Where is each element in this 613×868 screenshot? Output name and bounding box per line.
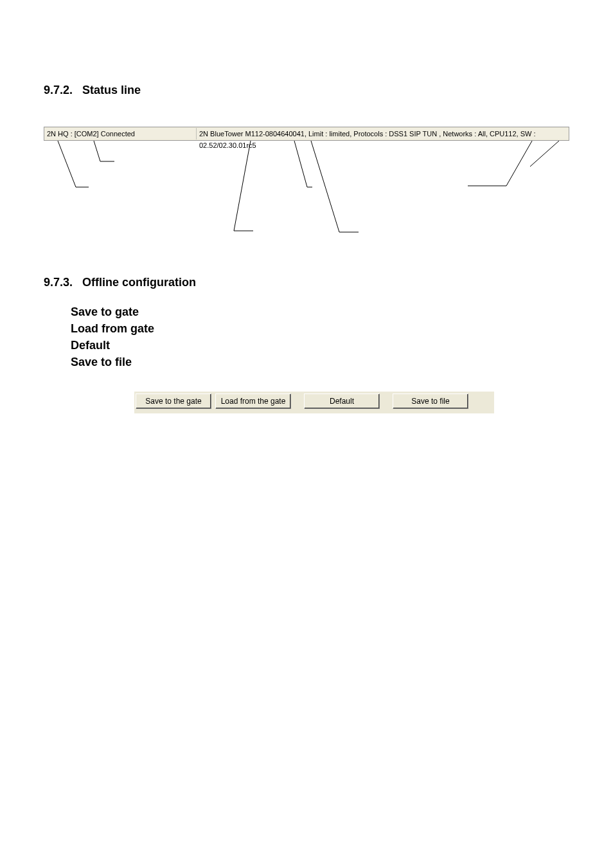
option-save-to-gate: Save to gate [71, 303, 569, 320]
toolbar-separator [380, 393, 393, 413]
section-title: Offline configuration [82, 276, 196, 289]
option-load-from-gate: Load from gate [71, 320, 569, 337]
callout-svg [44, 141, 571, 244]
options-list: Save to gate Load from gate Default Save… [71, 303, 569, 370]
section-number: 9.7.3. [44, 276, 73, 289]
status-left-cell: 2N HQ : [COM2] Connected [44, 128, 197, 140]
toolbar-separator [291, 393, 304, 413]
section-title: Status line [82, 84, 141, 96]
save-to-file-button[interactable]: Save to file [393, 393, 468, 409]
callout-lines [44, 141, 569, 244]
status-connection-text: 2N HQ : [COM2] Connected [47, 130, 135, 138]
option-default: Default [71, 337, 569, 354]
section-number: 9.7.2. [44, 84, 73, 96]
section-heading-status-line: 9.7.2. Status line [44, 84, 569, 97]
option-save-to-file: Save to file [71, 354, 569, 370]
status-right-cell: 2N BlueTower M112-0804640041, Limit : li… [197, 128, 569, 140]
status-bar: 2N HQ : [COM2] Connected 2N BlueTower M1… [44, 127, 569, 141]
default-button[interactable]: Default [304, 393, 380, 409]
button-toolbar: Save to the gate Load from the gate Defa… [134, 391, 494, 413]
save-to-gate-button[interactable]: Save to the gate [136, 393, 211, 409]
load-from-gate-button[interactable]: Load from the gate [215, 393, 291, 409]
section-heading-offline-config: 9.7.3. Offline configuration [44, 276, 569, 289]
